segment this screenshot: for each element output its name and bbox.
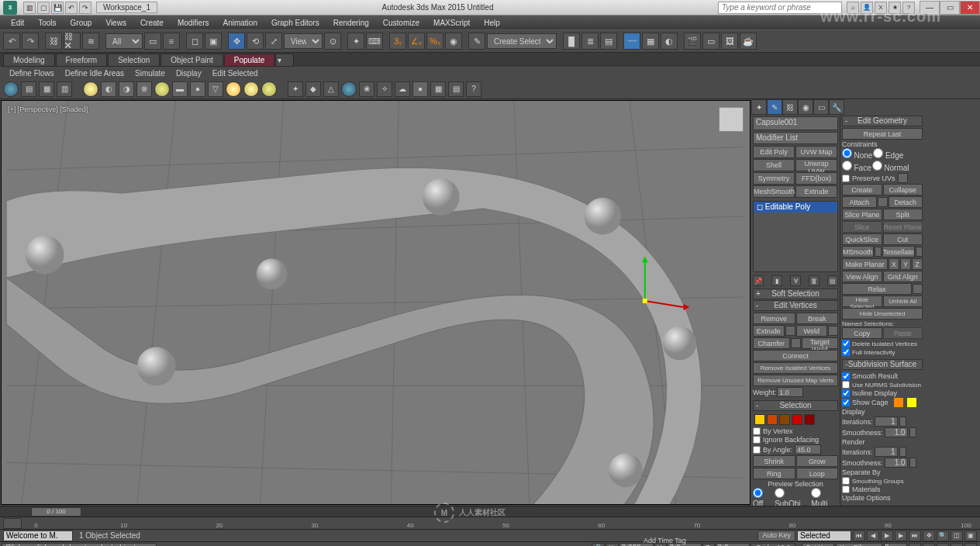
percent-snap-icon[interactable]: %ₛ (426, 33, 443, 50)
tab-utilities-icon[interactable]: 🔧 (829, 99, 844, 115)
quickslice-button[interactable]: QuickSlice (842, 233, 882, 245)
viewport-label[interactable]: [+] [Perspective] [Shaded] (8, 105, 88, 113)
help-icon[interactable]: ? (902, 2, 915, 14)
rollout-edit-vertices[interactable]: Edit Vertices (753, 300, 838, 311)
stack-config-icon[interactable]: ▤ (827, 275, 838, 286)
snap-toggle-icon[interactable]: 3ₛ (389, 33, 406, 50)
weld-settings-icon[interactable] (828, 326, 838, 336)
modifier-list-dropdown[interactable]: Modifier List (753, 132, 838, 144)
constraint-none-radio[interactable] (842, 148, 852, 158)
menu-rendering[interactable]: Rendering (327, 18, 375, 28)
menu-modifiers[interactable]: Modifiers (171, 18, 216, 28)
tessellate-button[interactable]: Tessellate (882, 246, 915, 257)
goto-start-icon[interactable]: ⏮ (853, 530, 865, 541)
menu-views[interactable]: Views (99, 18, 133, 28)
refcoord-dropdown[interactable]: View (284, 33, 323, 49)
fullint-checkbox[interactable] (842, 348, 850, 356)
extrude-settings-icon[interactable] (785, 326, 795, 336)
qat-open-icon[interactable]: ▢ (37, 2, 50, 14)
rsm-input[interactable] (885, 458, 908, 468)
byvertex-checkbox[interactable] (753, 427, 761, 435)
viewport[interactable]: z x y [+] [Perspective] [Shaded] (1, 100, 751, 505)
ribbon-defineflows[interactable]: Define Flows (5, 69, 59, 78)
prev-multi-radio[interactable] (811, 488, 821, 498)
ribbon-defineidle[interactable]: Define Idle Areas (60, 69, 129, 78)
tool-icon-3[interactable]: ▥ (57, 81, 72, 97)
help2-icon[interactable]: ? (466, 81, 481, 97)
subobj-edge-icon[interactable] (767, 414, 778, 425)
menu-group[interactable]: Group (64, 18, 98, 28)
render-setup-icon[interactable]: 🎬 (684, 33, 701, 50)
favorites-icon[interactable]: ★ (889, 2, 901, 14)
unhide-button[interactable]: Unhide All (883, 295, 923, 307)
rollout-soft-selection[interactable]: Soft Selection (753, 289, 838, 299)
modifier-stack[interactable]: ◻ Editable Poly (753, 201, 838, 272)
setkey-button[interactable]: Set Key (802, 543, 834, 547)
stack-editable-poly[interactable]: ◻ Editable Poly (754, 202, 837, 213)
goto-end-icon[interactable]: ⏭ (909, 530, 921, 541)
relax-settings-icon[interactable] (913, 284, 923, 294)
tool-icon-1[interactable]: ▤ (21, 81, 36, 97)
link-icon[interactable]: ⛓ (45, 33, 62, 50)
fx-icon-5[interactable]: ✧ (377, 81, 392, 97)
fx-icon-1[interactable]: ✦ (288, 81, 303, 97)
smoothness-spinner[interactable] (909, 427, 916, 437)
rsm-spinner[interactable] (909, 458, 916, 468)
fx-icon-2[interactable]: ◆ (305, 81, 321, 97)
keyfilters-button[interactable]: Key Filters... (836, 543, 882, 547)
qat-save-icon[interactable]: 💾 (51, 2, 64, 14)
ribbon-editselected[interactable]: Edit Selected (208, 69, 263, 78)
preserveuv-checkbox[interactable] (842, 175, 850, 182)
rollout-selection[interactable]: Selection (753, 400, 838, 411)
connect-button[interactable]: Connect (753, 350, 838, 361)
mod-uvwmap[interactable]: UVW Map (795, 146, 837, 158)
deliso-checkbox[interactable] (842, 340, 850, 347)
nav-pan-icon[interactable]: ✥ (923, 530, 935, 541)
select-name-icon[interactable]: ≡ (163, 33, 180, 50)
sphere3-icon[interactable]: ● (412, 81, 428, 97)
tab-hierarchy-icon[interactable]: ⛓ (782, 99, 798, 115)
mirror-icon[interactable]: ▐▌ (563, 33, 580, 50)
msmooth-settings-icon[interactable] (875, 247, 882, 257)
mod-extrude[interactable]: Extrude (795, 185, 837, 198)
chamfer-button[interactable]: Chamfer (753, 337, 790, 349)
ribbon-tab-objectpaint[interactable]: Object Paint (160, 54, 223, 67)
maximize-button[interactable]: ▭ (940, 1, 960, 15)
planar-x-button[interactable]: X (889, 258, 899, 270)
planar-z-button[interactable]: Z (912, 258, 923, 270)
create-button[interactable]: Create (842, 184, 882, 195)
prev-off-radio[interactable] (753, 488, 763, 498)
select-move-icon[interactable]: ✥ (228, 33, 245, 50)
paste-button[interactable]: Paste (883, 327, 923, 339)
undo-icon[interactable]: ↶ (3, 33, 20, 50)
smgroups-checkbox[interactable] (842, 477, 850, 485)
tab-create-icon[interactable]: ✦ (751, 99, 767, 115)
workspace-dropdown[interactable]: Workspace_1 (96, 2, 157, 13)
time-slider-thumb[interactable]: 0 / 100 (31, 507, 81, 517)
cage-color2[interactable] (907, 398, 916, 407)
signin-icon[interactable]: 👤 (861, 2, 873, 14)
menu-help[interactable]: Help (478, 18, 506, 28)
schematic-icon[interactable]: ▦ (642, 33, 659, 50)
autokey-button[interactable]: Auto Key (757, 530, 795, 541)
removemap-button[interactable]: Remove Unused Map Verts (753, 375, 838, 386)
stack-unique-icon[interactable]: ∀ (790, 275, 801, 286)
resetplane-button[interactable]: Reset Plane (883, 221, 923, 233)
byangle-input[interactable] (795, 444, 821, 454)
keymode-dropdown[interactable]: Selected (797, 530, 851, 541)
close-button[interactable]: ✕ (960, 1, 980, 15)
mod-symmetry[interactable]: Symmetry (753, 172, 795, 185)
smoothresult-checkbox[interactable] (842, 372, 850, 380)
menu-create[interactable]: Create (134, 18, 170, 28)
subobj-border-icon[interactable] (779, 414, 790, 425)
select-rect-icon[interactable]: ◻ (186, 33, 203, 50)
named-selection-dropdown[interactable]: Create Selection Se (487, 33, 557, 49)
removeiso-button[interactable]: Remove Isolated Vertices (753, 362, 838, 374)
iterations-input[interactable] (875, 416, 898, 427)
nav-icon-a[interactable] (951, 543, 963, 547)
relax-button[interactable]: Relax (842, 283, 912, 295)
attach-button[interactable]: Attach (842, 196, 877, 208)
ribbon-tab-freeform[interactable]: Freeform (56, 54, 108, 67)
constraint-normal-radio[interactable] (872, 161, 882, 171)
extrude-button[interactable]: Extrude (753, 325, 785, 337)
